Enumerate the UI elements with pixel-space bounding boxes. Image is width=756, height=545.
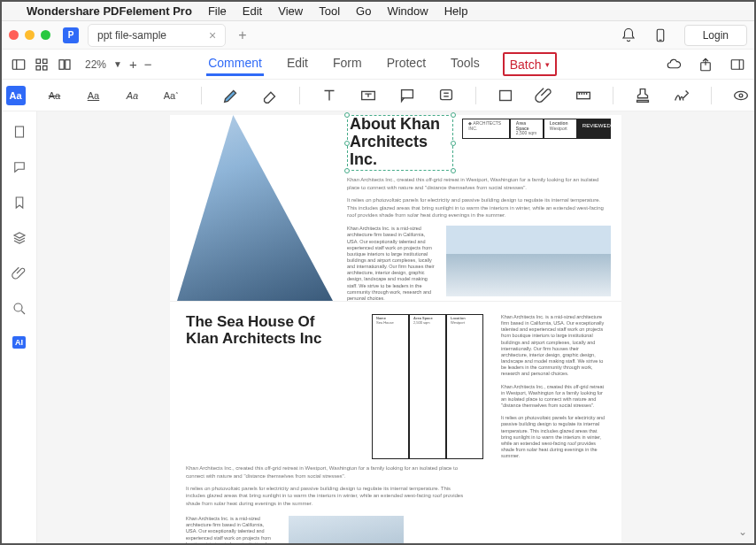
text-tool-icon[interactable]: [320, 86, 339, 105]
strikethrough-icon[interactable]: Aa: [45, 86, 65, 105]
close-window-icon[interactable]: [9, 30, 19, 40]
menu-file[interactable]: File: [208, 4, 227, 18]
signin-button[interactable]: Login: [684, 25, 747, 46]
svg-rect-6: [36, 65, 41, 70]
body-text: Khan Architects Inc. is a mid-sized arch…: [186, 516, 274, 543]
zoom-in-button[interactable]: +: [129, 57, 137, 72]
menu-help[interactable]: Help: [444, 4, 468, 18]
attachment-icon[interactable]: [535, 86, 554, 105]
heading: The Sea House OfKlan Architects Inc: [186, 314, 354, 459]
body-text: It relies on photovoltaic panels for ele…: [347, 196, 611, 219]
traffic-lights: [9, 30, 50, 40]
zoom-value[interactable]: 22%: [85, 58, 106, 71]
separator: [613, 87, 613, 104]
svg-rect-18: [499, 90, 511, 100]
panel-toggle-icon[interactable]: [729, 57, 745, 73]
bookmarks-panel-icon[interactable]: [12, 195, 27, 211]
maximize-window-icon[interactable]: [41, 30, 50, 40]
separator: [201, 87, 202, 104]
svg-rect-4: [36, 59, 41, 64]
separator: [475, 87, 476, 104]
scroll-down-icon[interactable]: ⌄: [738, 526, 747, 538]
svg-rect-9: [66, 59, 70, 69]
zoom-out-button[interactable]: −: [144, 57, 152, 72]
zoom-dropdown-icon[interactable]: ▼: [113, 59, 122, 69]
caret-icon[interactable]: Aa˄: [162, 86, 181, 105]
separator: [711, 87, 712, 104]
thumbnails-icon[interactable]: [34, 57, 50, 73]
bell-icon[interactable]: [621, 27, 636, 43]
info-box: LocationWestport: [544, 119, 577, 139]
pdf-page: About KhanArchitects Inc. ◆ ARCHITECTS I…: [170, 115, 621, 543]
mac-menubar: Wondershare PDFelement Pro File Edit Vie…: [2, 2, 754, 21]
svg-point-20: [734, 91, 747, 99]
svg-rect-15: [440, 89, 451, 99]
svg-point-21: [739, 94, 743, 97]
menu-tool[interactable]: Tool: [319, 4, 340, 18]
search-panel-icon[interactable]: [12, 301, 27, 317]
cloud-icon[interactable]: [666, 57, 682, 73]
app-logo-icon: P: [63, 27, 79, 43]
tab-batch[interactable]: Batch▾: [503, 52, 557, 76]
building-image: [177, 115, 333, 301]
tab-tools[interactable]: Tools: [449, 52, 482, 76]
zoom-control: 22% ▼ + −: [85, 57, 151, 72]
phone-icon[interactable]: [652, 27, 668, 43]
highlight-text-icon[interactable]: Aa: [6, 86, 26, 105]
svg-line-24: [21, 311, 25, 314]
tab-protect[interactable]: Protect: [385, 52, 428, 76]
separator: [299, 87, 300, 104]
ai-panel-icon[interactable]: AI: [12, 336, 26, 349]
selected-text-box[interactable]: About KhanArchitects Inc.: [347, 115, 453, 171]
note-icon[interactable]: [436, 86, 456, 105]
stamp-icon[interactable]: [633, 86, 652, 105]
callout-icon[interactable]: [397, 86, 417, 105]
new-tab-button[interactable]: +: [238, 27, 246, 43]
app-name[interactable]: Wondershare PDFelement Pro: [27, 4, 192, 18]
show-comments-icon[interactable]: [731, 86, 751, 105]
svg-rect-5: [43, 59, 48, 64]
document-viewport[interactable]: About KhanArchitects Inc. ◆ ARCHITECTS I…: [37, 111, 754, 543]
tab-comment[interactable]: Comment: [206, 52, 264, 76]
sidebar-toggle-icon[interactable]: [11, 57, 27, 73]
close-tab-icon[interactable]: ×: [209, 28, 216, 42]
menu-go[interactable]: Go: [356, 4, 371, 18]
reading-mode-icon[interactable]: [57, 57, 73, 73]
signature-icon[interactable]: [672, 86, 691, 105]
body-text: Khan Architects Inc., created this off-g…: [186, 464, 469, 480]
tab-edit[interactable]: Edit: [285, 52, 310, 76]
thumbnails-panel-icon[interactable]: [12, 124, 27, 140]
tab-form[interactable]: Form: [331, 52, 364, 76]
svg-rect-2: [12, 59, 25, 69]
share-icon[interactable]: [698, 57, 714, 73]
topbar: 22% ▼ + − Comment Edit Form Protect Tool…: [2, 50, 754, 80]
squiggle-icon[interactable]: Aa: [123, 86, 143, 105]
menu-window[interactable]: Window: [387, 4, 428, 18]
svg-rect-11: [731, 59, 744, 69]
body-text: Khan Architects Inc. is a mid-sized arch…: [501, 314, 606, 459]
reviewed-stamp: REVIEWED: [577, 119, 611, 139]
building-image: [289, 516, 404, 543]
main-menu-tabs: Comment Edit Form Protect Tools Batch▾: [206, 52, 556, 76]
info-box: Area Space2,500 sqm: [510, 119, 544, 139]
tabbar: P ppt file-sample × + Login: [2, 21, 754, 50]
menu-edit[interactable]: Edit: [243, 4, 262, 18]
comment-toolbar: Aa Aa Aa Aa Aa˄: [2, 80, 754, 111]
attachments-panel-icon[interactable]: [12, 265, 27, 281]
layers-panel-icon[interactable]: [12, 230, 27, 246]
eraser-icon[interactable]: [260, 86, 280, 105]
body-text: It relies on photovoltaic panels for ele…: [186, 485, 469, 507]
highlighter-icon[interactable]: [221, 86, 241, 105]
minimize-window-icon[interactable]: [25, 30, 35, 40]
tab-title: ppt file-sample: [97, 29, 166, 42]
underline-icon[interactable]: Aa: [84, 86, 104, 105]
measure-icon[interactable]: [574, 86, 593, 105]
rectangle-icon[interactable]: [496, 86, 515, 105]
menu-view[interactable]: View: [278, 4, 303, 18]
info-boxes: NameSea House Area Space2,500 sqm Locati…: [372, 314, 483, 459]
svg-rect-7: [43, 65, 48, 70]
document-tab[interactable]: ppt file-sample ×: [88, 24, 226, 47]
textbox-icon[interactable]: [359, 86, 378, 105]
comments-panel-icon[interactable]: [12, 159, 27, 175]
svg-point-23: [14, 303, 22, 311]
